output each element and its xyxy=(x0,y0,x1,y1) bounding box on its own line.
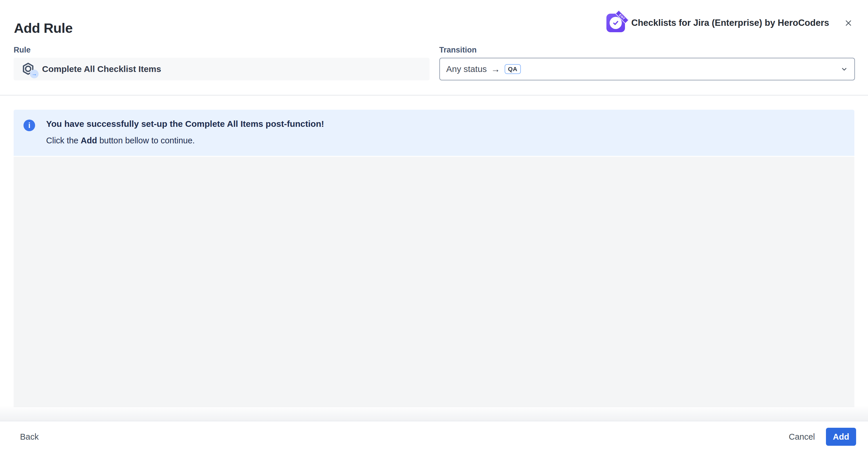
banner-body-bold: Add xyxy=(81,136,97,145)
close-icon xyxy=(844,19,852,27)
rule-field: Rule → Complete All Checklist Items xyxy=(13,45,430,80)
rule-name: Complete All Checklist Items xyxy=(42,64,161,74)
transition-select[interactable]: Any status → QA xyxy=(439,58,855,80)
header-right: ENT Checklists for Jira (Enterprise) by … xyxy=(607,13,855,32)
chevron-down-icon xyxy=(840,65,848,73)
banner-title: You have successfully set-up the Complet… xyxy=(46,119,324,129)
banner-text: You have successfully set-up the Complet… xyxy=(46,118,324,145)
selected-rule-box: → Complete All Checklist Items xyxy=(13,58,430,80)
page-title: Add Rule xyxy=(14,20,72,36)
transition-from-status: Any status xyxy=(446,64,487,74)
transition-label: Transition xyxy=(439,45,855,55)
checklists-app-icon: ENT xyxy=(607,13,625,32)
transition-arrow-icon: → xyxy=(491,65,500,74)
info-banner: i You have successfully set-up the Compl… xyxy=(13,110,855,156)
arrow-right-badge-icon: → xyxy=(30,70,38,78)
transition-field: Transition Any status → QA xyxy=(439,45,855,80)
banner-body: Click the Add button bellow to continue. xyxy=(46,136,324,145)
add-button[interactable]: Add xyxy=(826,428,856,446)
app-title: Checklists for Jira (Enterprise) by Hero… xyxy=(631,18,829,28)
rule-label: Rule xyxy=(13,45,430,55)
banner-body-suffix: button bellow to continue. xyxy=(97,136,195,145)
transition-to-status-badge: QA xyxy=(505,64,521,74)
footer-scroll-shadow xyxy=(0,405,868,421)
rule-gear-icon: → xyxy=(21,62,37,77)
footer: Back Cancel Add xyxy=(14,427,856,447)
content-placeholder xyxy=(13,157,855,407)
section-divider xyxy=(0,95,868,95)
close-button[interactable] xyxy=(841,16,855,30)
info-icon: i xyxy=(24,120,35,131)
banner-body-prefix: Click the xyxy=(46,136,81,145)
cancel-button[interactable]: Cancel xyxy=(789,432,815,442)
back-button[interactable]: Back xyxy=(20,432,38,442)
checkmark-icon xyxy=(611,19,620,27)
field-row: Rule → Complete All Checklist Items Tran… xyxy=(13,45,855,80)
